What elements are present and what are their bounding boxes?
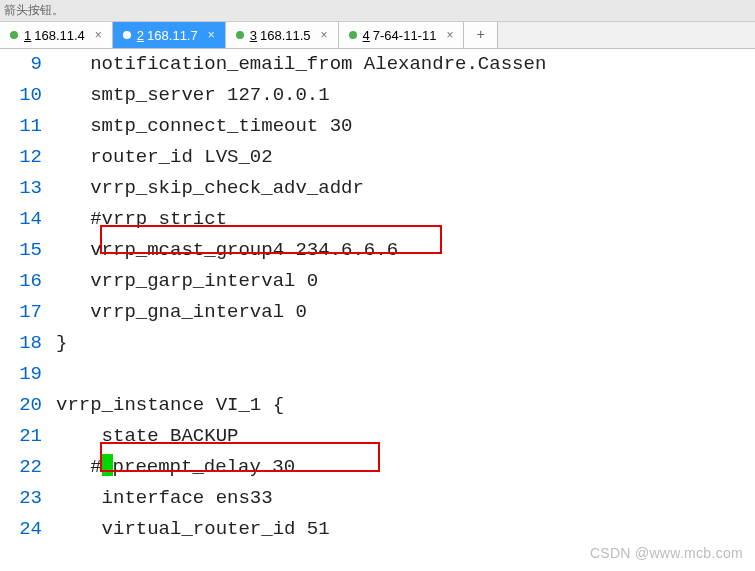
tab-label: 1168.11.4 — [24, 28, 85, 43]
tab-label: 3168.11.5 — [250, 28, 311, 43]
line-number: 11 — [0, 111, 56, 142]
code-line[interactable]: 12 router_id LVS_02 — [0, 142, 755, 173]
close-icon[interactable]: × — [317, 28, 328, 42]
line-number: 22 — [0, 452, 56, 483]
close-icon[interactable]: × — [442, 28, 453, 42]
cursor-icon — [102, 454, 113, 476]
line-number: 20 — [0, 390, 56, 421]
status-dot-icon — [349, 31, 357, 39]
line-content: virtual_router_id 51 — [56, 514, 330, 545]
tab-session-4[interactable]: 47-64-11-11 × — [339, 22, 465, 48]
line-content: vrrp_skip_check_adv_addr — [56, 173, 364, 204]
line-content: vrrp_instance VI_1 { — [56, 390, 284, 421]
line-content: #preempt_delay 30 — [56, 452, 295, 483]
tab-label: 47-64-11-11 — [363, 28, 437, 43]
tab-session-1[interactable]: 1168.11.4 × — [0, 22, 113, 48]
tab-label: 2168.11.7 — [137, 28, 198, 43]
line-number: 21 — [0, 421, 56, 452]
close-icon[interactable]: × — [91, 28, 102, 42]
code-line[interactable]: 22 #preempt_delay 30 — [0, 452, 755, 483]
code-line[interactable]: 17 vrrp_gna_interval 0 — [0, 297, 755, 328]
code-line[interactable]: 13 vrrp_skip_check_adv_addr — [0, 173, 755, 204]
line-number: 12 — [0, 142, 56, 173]
line-content: vrrp_garp_interval 0 — [56, 266, 318, 297]
code-line[interactable]: 14 #vrrp_strict — [0, 204, 755, 235]
line-content: vrrp_gna_interval 0 — [56, 297, 307, 328]
line-number: 9 — [0, 49, 56, 80]
code-editor[interactable]: 9 notification_email_from Alexandre.Cass… — [0, 49, 755, 545]
line-number: 16 — [0, 266, 56, 297]
code-line[interactable]: 16 vrrp_garp_interval 0 — [0, 266, 755, 297]
code-line[interactable]: 21 state BACKUP — [0, 421, 755, 452]
status-dot-icon — [10, 31, 18, 39]
line-content: } — [56, 328, 67, 359]
code-line[interactable]: 24 virtual_router_id 51 — [0, 514, 755, 545]
code-line[interactable]: 15 vrrp_mcast_group4 234.6.6.6 — [0, 235, 755, 266]
code-line[interactable]: 19 — [0, 359, 755, 390]
line-number: 10 — [0, 80, 56, 111]
line-content: #vrrp_strict — [56, 204, 227, 235]
line-content: vrrp_mcast_group4 234.6.6.6 — [56, 235, 398, 266]
line-content: state BACKUP — [56, 421, 238, 452]
code-line[interactable]: 23 interface ens33 — [0, 483, 755, 514]
tab-bar: 1168.11.4 × 2168.11.7 × 3168.11.5 × 47-6… — [0, 22, 755, 49]
code-line[interactable]: 10 smtp_server 127.0.0.1 — [0, 80, 755, 111]
line-number: 19 — [0, 359, 56, 390]
tab-session-2[interactable]: 2168.11.7 × — [113, 22, 226, 48]
line-number: 24 — [0, 514, 56, 545]
status-dot-icon — [123, 31, 131, 39]
code-line[interactable]: 11 smtp_connect_timeout 30 — [0, 111, 755, 142]
close-icon[interactable]: × — [204, 28, 215, 42]
line-content: interface ens33 — [56, 483, 273, 514]
line-content: smtp_connect_timeout 30 — [56, 111, 352, 142]
watermark: CSDN @www.mcb.com — [590, 545, 743, 561]
line-content: notification_email_from Alexandre.Cassen — [56, 49, 546, 80]
status-dot-icon — [236, 31, 244, 39]
line-number: 18 — [0, 328, 56, 359]
code-line[interactable]: 20vrrp_instance VI_1 { — [0, 390, 755, 421]
add-tab-button[interactable]: + — [464, 22, 497, 48]
line-number: 14 — [0, 204, 56, 235]
line-number: 15 — [0, 235, 56, 266]
top-hint-bar: 箭头按钮。 — [0, 0, 755, 22]
line-content: smtp_server 127.0.0.1 — [56, 80, 330, 111]
line-number: 13 — [0, 173, 56, 204]
code-line[interactable]: 18} — [0, 328, 755, 359]
line-number: 17 — [0, 297, 56, 328]
top-hint-text: 箭头按钮。 — [4, 3, 64, 17]
line-number: 23 — [0, 483, 56, 514]
code-line[interactable]: 9 notification_email_from Alexandre.Cass… — [0, 49, 755, 80]
line-content: router_id LVS_02 — [56, 142, 273, 173]
tab-session-3[interactable]: 3168.11.5 × — [226, 22, 339, 48]
